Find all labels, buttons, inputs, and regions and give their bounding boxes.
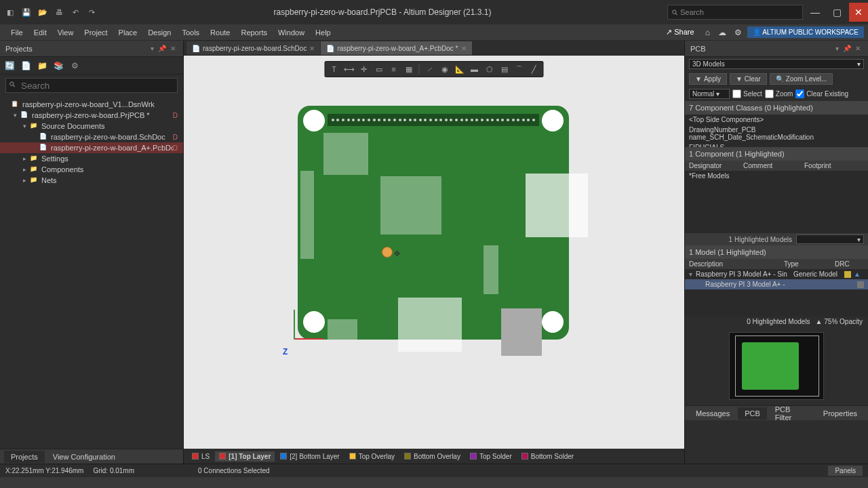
model-row-parent[interactable]: ▾ Raspberry PI 3 Model A+ - Sin Generic … bbox=[685, 269, 868, 279]
layer-tab[interactable]: Top Solder bbox=[466, 451, 516, 462]
right-bottom-tab[interactable]: Messages bbox=[689, 407, 736, 420]
document-tab[interactable]: 📄raspberry-pi-zero-w-board_A+.PcbDoc *✕ bbox=[321, 41, 471, 55]
tree-item[interactable]: 📄raspberry-pi-zero-w-board_A+.PcbDoc *D bbox=[0, 142, 183, 153]
share-button[interactable]: ↗ Share bbox=[660, 26, 699, 38]
class-row[interactable]: DrawingNumber_PCB name_SCH_Date_Schemati… bbox=[685, 125, 868, 142]
right-bottom-tab[interactable]: Properties bbox=[816, 407, 864, 420]
layer-icon[interactable]: ▤ bbox=[498, 63, 511, 75]
new-doc-icon[interactable]: 📄 bbox=[20, 60, 31, 71]
folder-icon[interactable]: 📁 bbox=[37, 60, 47, 71]
right-bottom-tab[interactable]: PCB bbox=[738, 407, 767, 420]
panel-mode-select[interactable]: 3D Models ▾ bbox=[689, 59, 864, 69]
model-row-child[interactable]: Raspberry PI 3 Model A+ - bbox=[685, 279, 868, 289]
menu-view[interactable]: View bbox=[52, 26, 79, 39]
col-designator[interactable]: Designator bbox=[685, 161, 739, 171]
select-checkbox[interactable]: Select bbox=[732, 89, 762, 98]
via-icon[interactable]: ◉ bbox=[439, 63, 451, 75]
panel-pin-icon[interactable]: 📌 bbox=[156, 45, 168, 52]
arc-icon[interactable]: ⌒ bbox=[513, 63, 526, 75]
home-icon[interactable]: ⌂ bbox=[703, 28, 713, 37]
projects-search-input[interactable] bbox=[5, 78, 178, 93]
save-icon[interactable]: 💾 bbox=[20, 6, 33, 18]
col-description[interactable]: Description bbox=[685, 259, 780, 269]
polygon-icon[interactable]: ⬠ bbox=[484, 63, 496, 75]
panels-button[interactable]: Panels bbox=[828, 466, 863, 476]
menu-window[interactable]: Window bbox=[273, 26, 310, 39]
col-footprint[interactable]: Footprint bbox=[800, 161, 868, 171]
settings-icon[interactable]: ⚙ bbox=[732, 28, 745, 37]
pad-icon[interactable]: ▬ bbox=[469, 63, 481, 75]
layer-tab[interactable]: [2] Bottom Layer bbox=[276, 451, 343, 462]
menu-edit[interactable]: Edit bbox=[28, 26, 52, 39]
class-row[interactable]: <Top Side Components> bbox=[685, 115, 868, 125]
line-icon[interactable]: ╱ bbox=[528, 63, 540, 75]
tree-item[interactable]: 📋raspberry-pi-zero-w-board_V1...DsnWrk bbox=[0, 99, 183, 110]
tab-close-icon[interactable]: ✕ bbox=[309, 45, 315, 52]
menu-tools[interactable]: Tools bbox=[176, 26, 205, 39]
global-search[interactable]: ⚲ Search bbox=[667, 5, 803, 20]
menu-route[interactable]: Route bbox=[205, 26, 235, 39]
document-tab[interactable]: 📄raspberry-pi-zero-w-board.SchDoc✕ bbox=[186, 41, 320, 55]
cloud-icon[interactable]: ☁ bbox=[715, 28, 729, 37]
mask-mode-select[interactable]: Normal ▾ bbox=[689, 89, 730, 99]
align-icon[interactable]: ≡ bbox=[388, 63, 400, 75]
tree-item[interactable]: ▾📁Source Documents bbox=[0, 121, 183, 131]
menu-design[interactable]: Design bbox=[142, 26, 176, 39]
menu-reports[interactable]: Reports bbox=[235, 26, 273, 39]
layer-tab[interactable]: Top Overlay bbox=[345, 451, 399, 462]
zoom-level-button[interactable]: 🔍Zoom Level... bbox=[770, 73, 833, 85]
class-row[interactable]: FIDUCIALS bbox=[685, 142, 868, 147]
apply-button[interactable]: ▼Apply bbox=[689, 73, 727, 85]
pcb-board[interactable]: ✥ bbox=[298, 106, 569, 340]
menu-place[interactable]: Place bbox=[113, 26, 143, 39]
undo-icon[interactable]: ↶ bbox=[69, 6, 81, 18]
tree-item[interactable]: ▸📁Components bbox=[0, 164, 183, 175]
refresh-icon[interactable]: 🔄 bbox=[4, 60, 15, 71]
gear-icon[interactable]: ⚙ bbox=[69, 60, 80, 71]
models-dropdown[interactable]: ▾ bbox=[796, 235, 864, 244]
right-bottom-tab[interactable]: PCB Filter bbox=[768, 403, 815, 424]
clear-existing-checkbox[interactable]: Clear Existing bbox=[795, 89, 848, 98]
left-bottom-tab[interactable]: View Configuration bbox=[46, 451, 122, 463]
text-tool-icon[interactable]: T bbox=[328, 63, 340, 75]
menu-project[interactable]: Project bbox=[79, 26, 113, 39]
layer-tab[interactable]: [1] Top Layer bbox=[215, 451, 275, 462]
workspace-selector[interactable]: 👤 ALTIUM PUBLIC WORKSPACE bbox=[747, 26, 864, 38]
panel-dropdown-icon[interactable]: ▾ bbox=[149, 45, 156, 52]
tab-close-icon[interactable]: ✕ bbox=[461, 45, 467, 52]
col-drc[interactable]: DRC bbox=[831, 259, 868, 269]
tree-item[interactable]: ▾📄raspberry-pi-zero-w-board.PrjPCB *D bbox=[0, 110, 183, 121]
panel-pin-icon[interactable]: 📌 bbox=[841, 45, 853, 52]
compile-icon[interactable]: 📚 bbox=[53, 60, 64, 71]
tree-item[interactable]: ▸📁Settings bbox=[0, 153, 183, 164]
maximize-button[interactable]: ▢ bbox=[827, 3, 846, 22]
zoom-checkbox[interactable]: Zoom bbox=[765, 89, 793, 98]
crosshair-icon[interactable]: ✛ bbox=[358, 63, 370, 75]
minimap[interactable] bbox=[729, 332, 824, 400]
tree-item[interactable]: 📄raspberry-pi-zero-w-board.SchDocD bbox=[0, 131, 183, 142]
panel-close-icon[interactable]: ✕ bbox=[168, 45, 178, 52]
clear-button[interactable]: ▼Clear bbox=[730, 73, 767, 85]
col-comment[interactable]: Comment bbox=[739, 161, 800, 171]
open-icon[interactable]: 📂 bbox=[37, 6, 49, 18]
menu-file[interactable]: File bbox=[5, 26, 28, 39]
layer-tab[interactable]: Bottom Solder bbox=[517, 451, 578, 462]
layer-tab[interactable]: Bottom Overlay bbox=[400, 451, 465, 462]
redo-icon[interactable]: ↷ bbox=[85, 6, 98, 18]
close-button[interactable]: ✕ bbox=[849, 3, 868, 22]
opacity-indicator[interactable]: ▲ 75% Opacity bbox=[816, 318, 863, 325]
panel-dropdown-icon[interactable]: ▾ bbox=[833, 45, 841, 52]
dimension-icon[interactable]: ⟷ bbox=[343, 63, 355, 75]
panel-close-icon[interactable]: ✕ bbox=[853, 45, 863, 52]
menu-help[interactable]: Help bbox=[310, 26, 336, 39]
pcb-canvas[interactable]: T ⟷ ✛ ▭ ≡ ▦ ⟋ ◉ 📐 ▬ ⬠ ▤ ⌒ ╱ bbox=[184, 56, 684, 449]
layer-tab[interactable]: LS bbox=[188, 451, 214, 462]
component-row[interactable]: *Free Models bbox=[685, 171, 868, 181]
col-type[interactable]: Type bbox=[780, 259, 831, 269]
rect-icon[interactable]: ▭ bbox=[373, 63, 385, 75]
tree-item[interactable]: ▸📁Nets bbox=[0, 175, 183, 186]
grid-icon[interactable]: ▦ bbox=[403, 63, 415, 75]
minimize-button[interactable]: — bbox=[806, 3, 825, 22]
print-icon[interactable]: 🖶 bbox=[53, 6, 65, 18]
left-bottom-tab[interactable]: Projects bbox=[4, 451, 45, 463]
